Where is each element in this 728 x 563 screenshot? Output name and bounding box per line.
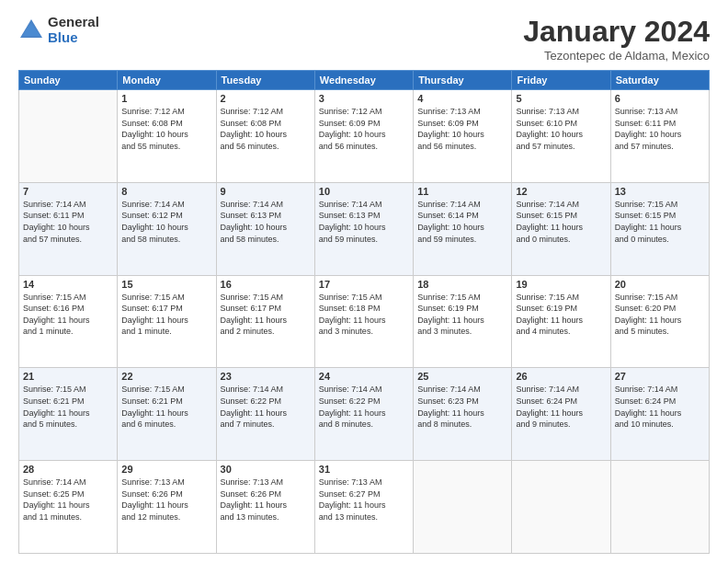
day-info: Sunrise: 7:13 AMSunset: 6:10 PMDaylight:…: [516, 106, 606, 152]
day-number: 11: [417, 186, 507, 197]
table-row: 5Sunrise: 7:13 AMSunset: 6:10 PMDaylight…: [512, 90, 610, 183]
day-number: 27: [615, 371, 705, 382]
day-number: 25: [417, 371, 507, 382]
day-info: Sunrise: 7:15 AMSunset: 6:19 PMDaylight:…: [417, 292, 507, 338]
title-block: January 2024 Tezontepec de Aldama, Mexic…: [523, 15, 710, 63]
logo-icon: [18, 17, 44, 43]
calendar-week-row: 21Sunrise: 7:15 AMSunset: 6:21 PMDayligh…: [19, 368, 710, 461]
calendar-week-row: 1Sunrise: 7:12 AMSunset: 6:08 PMDaylight…: [19, 90, 710, 183]
header-tuesday: Tuesday: [216, 71, 314, 90]
header-thursday: Thursday: [414, 71, 512, 90]
day-info: Sunrise: 7:15 AMSunset: 6:21 PMDaylight:…: [23, 384, 113, 430]
day-info: Sunrise: 7:13 AMSunset: 6:26 PMDaylight:…: [121, 477, 211, 523]
day-number: 22: [121, 371, 211, 382]
day-number: 23: [221, 371, 311, 382]
day-number: 21: [23, 371, 113, 382]
day-number: 17: [319, 279, 409, 290]
day-number: 12: [516, 186, 606, 197]
day-info: Sunrise: 7:14 AMSunset: 6:13 PMDaylight:…: [221, 199, 311, 245]
table-row: 6Sunrise: 7:13 AMSunset: 6:11 PMDaylight…: [610, 90, 709, 183]
day-info: Sunrise: 7:14 AMSunset: 6:22 PMDaylight:…: [319, 384, 409, 430]
day-info: Sunrise: 7:15 AMSunset: 6:18 PMDaylight:…: [319, 292, 409, 338]
day-info: Sunrise: 7:14 AMSunset: 6:15 PMDaylight:…: [516, 199, 606, 245]
day-number: 28: [23, 464, 113, 475]
table-row: 21Sunrise: 7:15 AMSunset: 6:21 PMDayligh…: [19, 368, 118, 461]
table-row: 8Sunrise: 7:14 AMSunset: 6:12 PMDaylight…: [118, 182, 216, 275]
day-info: Sunrise: 7:12 AMSunset: 6:08 PMDaylight:…: [221, 106, 311, 152]
header-saturday: Saturday: [610, 71, 709, 90]
table-row: 25Sunrise: 7:14 AMSunset: 6:23 PMDayligh…: [414, 368, 512, 461]
day-info: Sunrise: 7:15 AMSunset: 6:17 PMDaylight:…: [121, 292, 211, 338]
day-number: 2: [221, 93, 311, 104]
day-info: Sunrise: 7:14 AMSunset: 6:11 PMDaylight:…: [23, 199, 113, 245]
day-number: 26: [516, 371, 606, 382]
header-wednesday: Wednesday: [314, 71, 413, 90]
day-info: Sunrise: 7:13 AMSunset: 6:09 PMDaylight:…: [417, 106, 507, 152]
day-info: Sunrise: 7:15 AMSunset: 6:16 PMDaylight:…: [23, 292, 113, 338]
table-row: 19Sunrise: 7:15 AMSunset: 6:19 PMDayligh…: [512, 275, 610, 368]
day-info: Sunrise: 7:13 AMSunset: 6:27 PMDaylight:…: [319, 477, 409, 523]
table-row: 3Sunrise: 7:12 AMSunset: 6:09 PMDaylight…: [314, 90, 413, 183]
day-info: Sunrise: 7:14 AMSunset: 6:23 PMDaylight:…: [417, 384, 507, 430]
day-info: Sunrise: 7:13 AMSunset: 6:26 PMDaylight:…: [221, 477, 311, 523]
table-row: 4Sunrise: 7:13 AMSunset: 6:09 PMDaylight…: [414, 90, 512, 183]
calendar-table: Sunday Monday Tuesday Wednesday Thursday…: [18, 70, 710, 554]
day-number: 7: [23, 186, 113, 197]
calendar-header-row: Sunday Monday Tuesday Wednesday Thursday…: [19, 71, 710, 90]
day-info: Sunrise: 7:14 AMSunset: 6:14 PMDaylight:…: [417, 199, 507, 245]
location: Tezontepec de Aldama, Mexico: [523, 49, 710, 63]
day-info: Sunrise: 7:12 AMSunset: 6:08 PMDaylight:…: [121, 106, 211, 152]
calendar-week-row: 7Sunrise: 7:14 AMSunset: 6:11 PMDaylight…: [19, 182, 710, 275]
table-row: 18Sunrise: 7:15 AMSunset: 6:19 PMDayligh…: [414, 275, 512, 368]
table-row: 28Sunrise: 7:14 AMSunset: 6:25 PMDayligh…: [19, 461, 118, 554]
table-row: 15Sunrise: 7:15 AMSunset: 6:17 PMDayligh…: [118, 275, 216, 368]
table-row: 7Sunrise: 7:14 AMSunset: 6:11 PMDaylight…: [19, 182, 118, 275]
day-info: Sunrise: 7:15 AMSunset: 6:20 PMDaylight:…: [615, 292, 705, 338]
table-row: 17Sunrise: 7:15 AMSunset: 6:18 PMDayligh…: [314, 275, 413, 368]
day-number: 14: [23, 279, 113, 290]
day-number: 19: [516, 279, 606, 290]
table-row: 14Sunrise: 7:15 AMSunset: 6:16 PMDayligh…: [19, 275, 118, 368]
table-row: 10Sunrise: 7:14 AMSunset: 6:13 PMDayligh…: [314, 182, 413, 275]
day-number: 30: [221, 464, 311, 475]
day-number: 10: [319, 186, 409, 197]
svg-marker-1: [22, 23, 40, 36]
header-friday: Friday: [512, 71, 610, 90]
day-number: 3: [319, 93, 409, 104]
logo-general: General: [48, 15, 99, 30]
calendar-week-row: 28Sunrise: 7:14 AMSunset: 6:25 PMDayligh…: [19, 461, 710, 554]
table-row: [19, 90, 118, 183]
day-info: Sunrise: 7:14 AMSunset: 6:24 PMDaylight:…: [516, 384, 606, 430]
day-number: 13: [615, 186, 705, 197]
day-info: Sunrise: 7:12 AMSunset: 6:09 PMDaylight:…: [319, 106, 409, 152]
table-row: 11Sunrise: 7:14 AMSunset: 6:14 PMDayligh…: [414, 182, 512, 275]
day-info: Sunrise: 7:13 AMSunset: 6:11 PMDaylight:…: [615, 106, 705, 152]
table-row: [610, 461, 709, 554]
day-number: 8: [121, 186, 211, 197]
table-row: 24Sunrise: 7:14 AMSunset: 6:22 PMDayligh…: [314, 368, 413, 461]
day-number: 15: [121, 279, 211, 290]
table-row: 2Sunrise: 7:12 AMSunset: 6:08 PMDaylight…: [216, 90, 314, 183]
header-monday: Monday: [118, 71, 216, 90]
day-info: Sunrise: 7:14 AMSunset: 6:22 PMDaylight:…: [221, 384, 311, 430]
table-row: 20Sunrise: 7:15 AMSunset: 6:20 PMDayligh…: [610, 275, 709, 368]
day-info: Sunrise: 7:15 AMSunset: 6:17 PMDaylight:…: [221, 292, 311, 338]
day-info: Sunrise: 7:14 AMSunset: 6:24 PMDaylight:…: [615, 384, 705, 430]
table-row: 23Sunrise: 7:14 AMSunset: 6:22 PMDayligh…: [216, 368, 314, 461]
table-row: 9Sunrise: 7:14 AMSunset: 6:13 PMDaylight…: [216, 182, 314, 275]
day-number: 1: [121, 93, 211, 104]
table-row: 26Sunrise: 7:14 AMSunset: 6:24 PMDayligh…: [512, 368, 610, 461]
logo: General Blue: [18, 15, 99, 45]
table-row: 31Sunrise: 7:13 AMSunset: 6:27 PMDayligh…: [314, 461, 413, 554]
calendar-week-row: 14Sunrise: 7:15 AMSunset: 6:16 PMDayligh…: [19, 275, 710, 368]
day-number: 6: [615, 93, 705, 104]
logo-blue: Blue: [48, 30, 99, 46]
logo-text: General Blue: [48, 15, 99, 45]
day-number: 24: [319, 371, 409, 382]
day-info: Sunrise: 7:15 AMSunset: 6:15 PMDaylight:…: [615, 199, 705, 245]
day-number: 4: [417, 93, 507, 104]
header-sunday: Sunday: [19, 71, 118, 90]
month-title: January 2024: [523, 15, 710, 49]
table-row: 12Sunrise: 7:14 AMSunset: 6:15 PMDayligh…: [512, 182, 610, 275]
table-row: [414, 461, 512, 554]
